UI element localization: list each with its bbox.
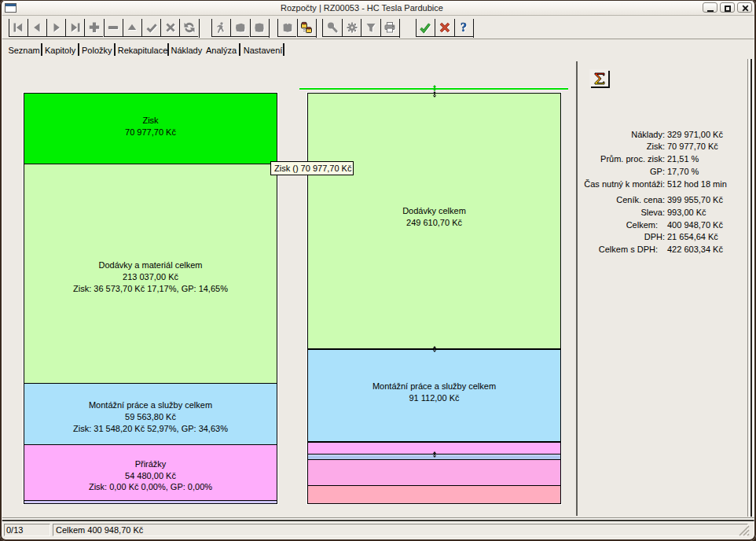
svg-text:?: ? bbox=[461, 21, 467, 34]
